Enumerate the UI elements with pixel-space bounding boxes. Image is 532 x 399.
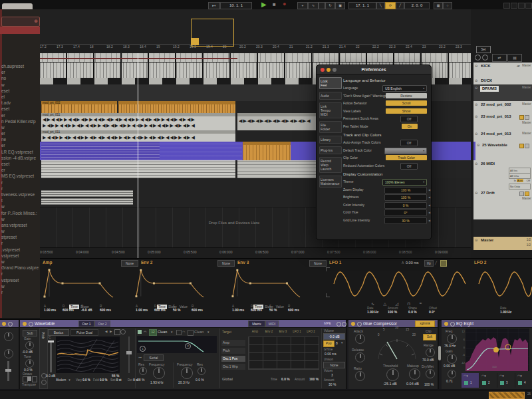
browser-list-item[interactable]: for P..Rock Mixes.:: [1, 210, 40, 216]
browser-list-item[interactable]: no: [1, 75, 40, 81]
eq-spectrum-display[interactable]: [466, 329, 529, 371]
track-routing[interactable]: Master: [522, 102, 532, 106]
preferences-tab[interactable]: Link Tempo MIDI: [319, 102, 342, 118]
freq2-knob[interactable]: [181, 367, 193, 379]
browser-list-item[interactable]: ne: [1, 136, 40, 142]
midi-clip[interactable]: mod_prt_011 ▶◀◀▶▶◀▶◀◀▶▶◀▶◀▶◀◀▶▶◀▶◀◀▶▶◀▶◀…: [41, 130, 235, 142]
filter2-type-select[interactable]: Clean: [194, 330, 203, 334]
hot-swap-icon[interactable]: [357, 322, 362, 327]
device-preset-tag[interactable]: xglmmk: [415, 321, 435, 327]
punch-in-button[interactable]: ╲: [376, 2, 385, 9]
stop-button[interactable]: ■: [273, 1, 276, 7]
browser-list-item[interactable]: vstpreset: [1, 277, 40, 283]
filter1-type-select[interactable]: Clean: [158, 330, 167, 334]
param[interactable]: R600 ms: [100, 305, 118, 312]
output-chip[interactable]: [525, 144, 529, 148]
input-chip[interactable]: [519, 115, 524, 120]
preference-control[interactable]: [384, 148, 427, 154]
track-name[interactable]: 23 mod_prt_013: [481, 114, 511, 118]
param[interactable]: Amount100 %: [388, 307, 408, 314]
browser-list-item[interactable]: eset: [1, 88, 40, 94]
preference-control[interactable]: Track Color: [386, 155, 427, 160]
band-filter-icon[interactable]: ◠▾: [499, 374, 504, 378]
record-button[interactable]: ●: [283, 1, 286, 7]
sub-tone-value[interactable]: 0.0 %: [24, 368, 33, 372]
track-header-24[interactable]: ⊙ 24 mod_prt_013 Master: [473, 130, 532, 142]
soft-clip-toggle[interactable]: Soft: [423, 334, 436, 340]
matrix-row[interactable]: Osc 1 Pos: [221, 352, 247, 360]
browser-list-item[interactable]: r: [1, 180, 40, 186]
draw-mode-button[interactable]: ▦: [434, 2, 443, 9]
tab-osc2[interactable]: Osc 2: [94, 321, 110, 327]
hot-swap-icon[interactable]: [450, 322, 455, 327]
audio-clip[interactable]: [243, 142, 291, 160]
lfo1-selector[interactable]: None: [309, 260, 327, 267]
gain-value[interactable]: 0.00 dB: [444, 364, 455, 368]
view-circle-icon[interactable]: [120, 329, 126, 334]
track-name[interactable]: 27 Drift: [481, 191, 495, 195]
lfo-shape-icon[interactable]: ∿: [371, 301, 374, 306]
makeup-knob[interactable]: [409, 368, 420, 380]
preference-control[interactable]: Off: [400, 140, 418, 146]
drywet-value[interactable]: 100 %: [424, 382, 434, 386]
browser-list-item[interactable]: er: [1, 167, 40, 173]
browser-list-item[interactable]: tiveness.vstprese: [1, 192, 40, 198]
preferences-tab[interactable]: Plug-Ins: [319, 146, 342, 154]
fold-icon[interactable]: ⊙: [475, 86, 477, 90]
ratio-knob[interactable]: [355, 371, 365, 381]
browser-list-item[interactable]: r: [1, 240, 40, 246]
lfo2-waveform-display[interactable]: [477, 265, 532, 301]
time-value[interactable]: 0.0 %: [281, 377, 290, 381]
fold-device-icon[interactable]: [342, 322, 346, 327]
browser-list-item[interactable]: stpreset: [1, 234, 40, 240]
env2-display[interactable]: [134, 266, 206, 299]
track-name[interactable]: 24 mod_prt_013: [481, 132, 511, 136]
param[interactable]: D600 ms: [251, 305, 269, 312]
tab-midi[interactable]: MIDI: [265, 321, 279, 327]
wavetable-table-select[interactable]: Pulse Dual: [70, 329, 98, 336]
param[interactable]: S50 %: [173, 305, 192, 312]
device-title-bar[interactable]: [0, 320, 19, 328]
param[interactable]: D600 ms: [63, 305, 81, 312]
preferences-tab[interactable]: Licenses Maintenance: [319, 176, 342, 188]
track-header-22[interactable]: ⊙ 22 mod_prt_002 Master: [473, 101, 532, 114]
table-position-value[interactable]: 55 %: [112, 374, 119, 378]
table-position-slider-handle[interactable]: [126, 351, 132, 354]
wavetable-device[interactable]: Wavetable Osc 1 Osc 2 Matrix MIDI MPE Su…: [20, 320, 347, 389]
res2-knob[interactable]: [198, 367, 205, 375]
sub-gain-value[interactable]: -0.0 dB: [22, 350, 33, 354]
set-button[interactable]: Set: [476, 46, 491, 53]
release-knob[interactable]: [355, 352, 365, 362]
preference-control[interactable]: Restore: [386, 93, 427, 98]
follow-button[interactable]: ▸+: [208, 2, 220, 9]
pitch-knob-mini[interactable]: [41, 380, 47, 385]
pitch-section-strip[interactable]: Pitch: [39, 329, 48, 389]
preferences-tab[interactable]: Library: [319, 136, 342, 144]
track-header-27[interactable]: ⊙ 27 Drift Master: [473, 190, 532, 220]
browser-selected-item[interactable]: [0, 27, 40, 34]
fold-icon[interactable]: ⊙: [475, 238, 477, 242]
browser-list-item[interactable]: r: [1, 186, 40, 192]
eq-band-cell[interactable]: ◠▾ 1: [462, 373, 479, 388]
browser-list-item[interactable]: er: [1, 69, 40, 75]
output-chip[interactable]: [525, 115, 529, 120]
preferences-tab[interactable]: Record Warp Launch: [319, 157, 342, 173]
preference-control[interactable]: 100% Eleven: [382, 179, 427, 186]
midi-clip[interactable]: mod_prt_011 ◀▶◀◀▶▶◀◀▶◀▶▶◀◀▶◀▶◀▶◀◀▶▶◀◀▶◀▶…: [41, 113, 235, 130]
matrix-grid[interactable]: [248, 336, 319, 370]
param[interactable]: S50 %: [269, 305, 288, 312]
midi-clip[interactable]: [41, 160, 235, 178]
prev-table-icon[interactable]: ◀: [105, 330, 107, 333]
browser-list-item[interactable]: w: [1, 203, 40, 209]
freq-knob[interactable]: [447, 334, 457, 344]
range-value[interactable]: 70.0 dB: [422, 358, 434, 362]
drywet-knob[interactable]: [426, 369, 435, 378]
next-table-icon[interactable]: ▶: [110, 330, 112, 333]
warp-mode-select[interactable]: Modern: [56, 378, 66, 382]
band-enable-toggle[interactable]: [518, 381, 522, 385]
param[interactable]: Offset0.0°: [429, 307, 450, 314]
device-knob[interactable]: [4, 332, 13, 341]
preference-control[interactable]: Scroll: [386, 100, 427, 106]
audio-clip[interactable]: [118, 101, 235, 113]
band-enable-toggle[interactable]: [482, 381, 486, 385]
